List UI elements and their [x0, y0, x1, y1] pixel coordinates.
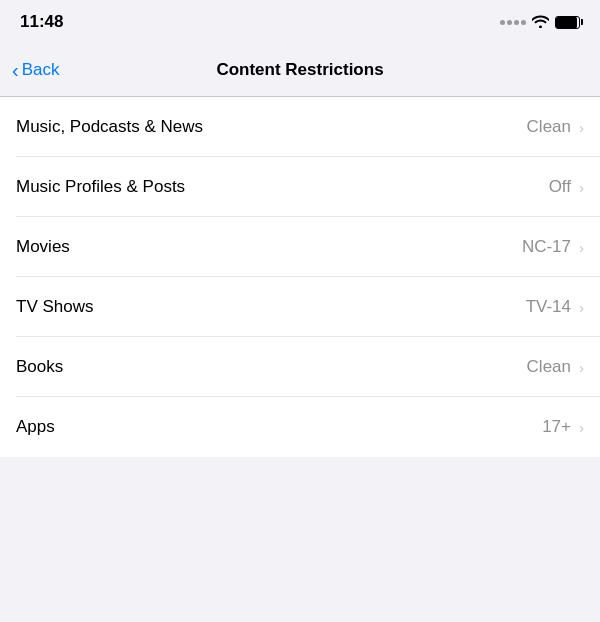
- chevron-right-icon-apps: ›: [579, 419, 584, 436]
- status-icons: [500, 14, 580, 31]
- item-value-apps: 17+: [542, 417, 571, 437]
- status-time: 11:48: [20, 12, 63, 32]
- item-value-movies: NC-17: [522, 237, 571, 257]
- chevron-right-icon-music-podcasts-news: ›: [579, 119, 584, 136]
- settings-item-tv-shows[interactable]: TV Shows TV-14 ›: [0, 277, 600, 337]
- chevron-right-icon-tv-shows: ›: [579, 299, 584, 316]
- item-label-music-podcasts-news: Music, Podcasts & News: [16, 117, 203, 137]
- item-label-music-profiles-posts: Music Profiles & Posts: [16, 177, 185, 197]
- status-bar: 11:48: [0, 0, 600, 44]
- chevron-right-icon-movies: ›: [579, 239, 584, 256]
- settings-item-books[interactable]: Books Clean ›: [0, 337, 600, 397]
- settings-list: Music, Podcasts & News Clean › Music Pro…: [0, 97, 600, 457]
- back-label: Back: [22, 60, 60, 80]
- chevron-right-icon-music-profiles-posts: ›: [579, 179, 584, 196]
- item-right-music-profiles-posts: Off ›: [549, 177, 584, 197]
- page-title: Content Restrictions: [216, 60, 383, 80]
- item-label-apps: Apps: [16, 417, 55, 437]
- nav-bar: ‹ Back Content Restrictions: [0, 44, 600, 96]
- item-right-apps: 17+ ›: [542, 417, 584, 437]
- chevron-right-icon-books: ›: [579, 359, 584, 376]
- signal-dots-icon: [500, 20, 526, 25]
- settings-item-music-profiles-posts[interactable]: Music Profiles & Posts Off ›: [0, 157, 600, 217]
- item-value-books: Clean: [527, 357, 571, 377]
- item-label-books: Books: [16, 357, 63, 377]
- settings-item-apps[interactable]: Apps 17+ ›: [0, 397, 600, 457]
- item-right-movies: NC-17 ›: [522, 237, 584, 257]
- back-chevron-icon: ‹: [12, 60, 19, 80]
- item-label-movies: Movies: [16, 237, 70, 257]
- item-value-music-profiles-posts: Off: [549, 177, 571, 197]
- settings-item-music-podcasts-news[interactable]: Music, Podcasts & News Clean ›: [0, 97, 600, 157]
- back-button[interactable]: ‹ Back: [12, 60, 59, 80]
- item-label-tv-shows: TV Shows: [16, 297, 93, 317]
- item-right-tv-shows: TV-14 ›: [526, 297, 584, 317]
- battery-icon: [555, 16, 580, 29]
- item-right-books: Clean ›: [527, 357, 584, 377]
- item-value-music-podcasts-news: Clean: [527, 117, 571, 137]
- item-value-tv-shows: TV-14: [526, 297, 571, 317]
- item-right-music-podcasts-news: Clean ›: [527, 117, 584, 137]
- settings-item-movies[interactable]: Movies NC-17 ›: [0, 217, 600, 277]
- wifi-icon: [532, 14, 549, 31]
